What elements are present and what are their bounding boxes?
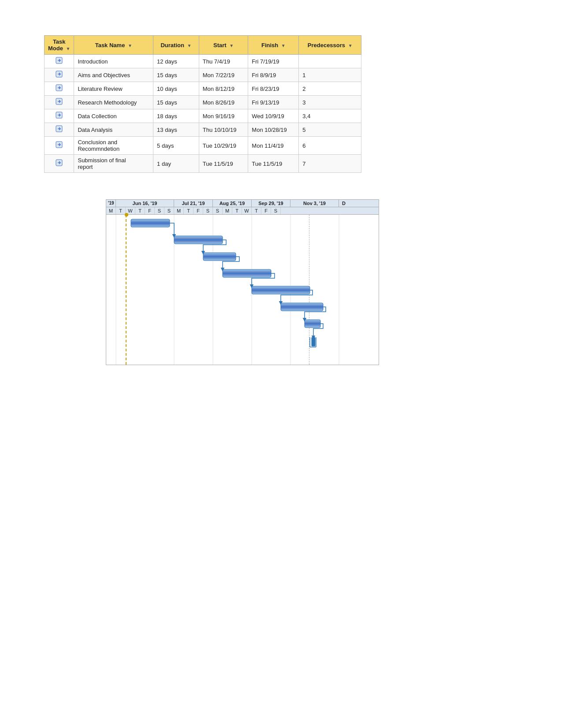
header-nov3: Nov 3, '19	[290, 200, 339, 207]
col-header-predecessors[interactable]: Predecessors ▼	[299, 36, 361, 55]
task-mode-cell	[45, 123, 74, 137]
finish-cell: Mon 11/4/19	[248, 137, 299, 155]
table-row: Literature Review10 daysMon 8/12/19Fri 8…	[45, 82, 361, 96]
predecessors-cell: 7	[299, 155, 361, 173]
predecessors-cell: 5	[299, 123, 361, 137]
col-header-task-name[interactable]: Task Name ▼	[74, 36, 153, 55]
task-mode-cell	[45, 137, 74, 155]
col-header-duration[interactable]: Duration ▼	[153, 36, 199, 55]
gantt-body	[106, 215, 379, 365]
start-cell: Tue 10/29/19	[199, 137, 248, 155]
task-mode-icon	[56, 112, 63, 120]
bar-submission	[312, 337, 315, 346]
filter-arrow-taskname[interactable]: ▼	[128, 43, 132, 48]
finish-cell: Fri 8/23/19	[248, 82, 299, 96]
day-s3: S	[203, 207, 213, 214]
day-t4: T	[232, 207, 242, 214]
start-cell: Tue 11/5/19	[199, 155, 248, 173]
task-name-cell: Aims and Objectives	[74, 68, 153, 82]
duration-cell: 1 day	[153, 155, 199, 173]
finish-cell: Tue 11/5/19	[248, 155, 299, 173]
col-header-start[interactable]: Start ▼	[199, 36, 248, 55]
finish-cell: Fri 9/13/19	[248, 96, 299, 109]
table-row: Aims and Objectives15 daysMon 7/22/19Fri…	[45, 68, 361, 82]
bar-aims	[174, 236, 223, 244]
predecessors-cell: 3	[299, 96, 361, 109]
bar-lit-review	[203, 253, 236, 261]
task-mode-icon	[56, 141, 63, 150]
day-m3: M	[223, 207, 232, 214]
task-name-cell: Introduction	[74, 55, 153, 68]
day-w2: W	[242, 207, 252, 214]
header-d: D	[339, 200, 349, 207]
day-f3: F	[261, 207, 271, 214]
day-m1: M	[106, 207, 116, 214]
task-mode-cell	[45, 55, 74, 68]
start-cell: Thu 10/10/19	[199, 123, 248, 137]
task-mode-cell	[45, 109, 74, 123]
today-marker	[125, 213, 128, 217]
finish-cell: Wed 10/9/19	[248, 109, 299, 123]
task-name-cell: Submission of final report	[74, 155, 153, 173]
gantt-table: TaskMode ▼ Task Name ▼ Duration ▼ Start …	[44, 35, 361, 173]
task-mode-icon	[56, 71, 63, 79]
finish-cell: Fri 8/9/19	[248, 68, 299, 82]
duration-cell: 10 days	[153, 82, 199, 96]
header-jul21: Jul 21, '19	[174, 200, 213, 207]
filter-arrow-duration[interactable]: ▼	[187, 43, 192, 48]
predecessors-cell: 6	[299, 137, 361, 155]
gantt-table-section: TaskMode ▼ Task Name ▼ Duration ▼ Start …	[44, 35, 518, 173]
duration-cell: 15 days	[153, 68, 199, 82]
task-mode-icon	[56, 98, 63, 107]
col-header-finish[interactable]: Finish ▼	[248, 36, 299, 55]
day-f2: F	[194, 207, 203, 214]
start-cell: Mon 9/16/19	[199, 109, 248, 123]
table-row: Data Collection18 daysMon 9/16/19Wed 10/…	[45, 109, 361, 123]
task-mode-cell	[45, 155, 74, 173]
filter-arrow-taskmode[interactable]: ▼	[66, 46, 71, 51]
predecessors-cell: 3,4	[299, 109, 361, 123]
filter-arrow-start[interactable]: ▼	[229, 43, 234, 48]
table-row: Introduction12 daysThu 7/4/19Fri 7/19/19	[45, 55, 361, 68]
task-mode-cell	[45, 82, 74, 96]
filter-arrow-predecessors[interactable]: ▼	[348, 43, 353, 48]
predecessors-cell	[299, 55, 361, 68]
day-s6	[281, 207, 290, 214]
task-name-cell: Literature Review	[74, 82, 153, 96]
start-cell: Thu 7/4/19	[199, 55, 248, 68]
gantt-chart-section: '19 Jun 16, '19 Jul 21, '19 Aug 25, '19 …	[44, 199, 518, 365]
col-header-task-mode[interactable]: TaskMode ▼	[45, 36, 74, 55]
bar-introduction	[131, 219, 170, 227]
start-cell: Mon 8/12/19	[199, 82, 248, 96]
day-s2: S	[164, 207, 174, 214]
task-name-cell: Research Methodology	[74, 96, 153, 109]
header-jun16: Jun 16, '19	[116, 200, 174, 207]
duration-cell: 12 days	[153, 55, 199, 68]
day-m2: M	[174, 207, 184, 214]
duration-cell: 18 days	[153, 109, 199, 123]
duration-cell: 5 days	[153, 137, 199, 155]
header-aug25: Aug 25, '19	[213, 200, 252, 207]
bar-data-collection	[252, 286, 310, 294]
start-cell: Mon 8/26/19	[199, 96, 248, 109]
predecessors-cell: 2	[299, 82, 361, 96]
day-t1: T	[116, 207, 126, 214]
task-name-cell: Data Analysis	[74, 123, 153, 137]
day-s1: S	[155, 207, 164, 214]
header-sep29: Sep 29, '19	[252, 200, 290, 207]
predecessors-cell: 1	[299, 68, 361, 82]
table-row: Submission of final report1 dayTue 11/5/…	[45, 155, 361, 173]
table-row: Conclusion and Recommndetion5 daysTue 10…	[45, 137, 361, 155]
gantt-chart-container: '19 Jun 16, '19 Jul 21, '19 Aug 25, '19 …	[106, 199, 379, 365]
day-s4: S	[213, 207, 223, 214]
filter-arrow-finish[interactable]: ▼	[281, 43, 286, 48]
task-name-cell: Data Collection	[74, 109, 153, 123]
table-row: Research Methodology15 daysMon 8/26/19Fr…	[45, 96, 361, 109]
table-row: Data Analysis13 daysThu 10/10/19Mon 10/2…	[45, 123, 361, 137]
task-mode-icon	[56, 159, 63, 168]
task-mode-cell	[45, 68, 74, 82]
finish-cell: Mon 10/28/19	[248, 123, 299, 137]
start-cell: Mon 7/22/19	[199, 68, 248, 82]
day-t2: T	[135, 207, 145, 214]
day-t3: T	[184, 207, 194, 214]
